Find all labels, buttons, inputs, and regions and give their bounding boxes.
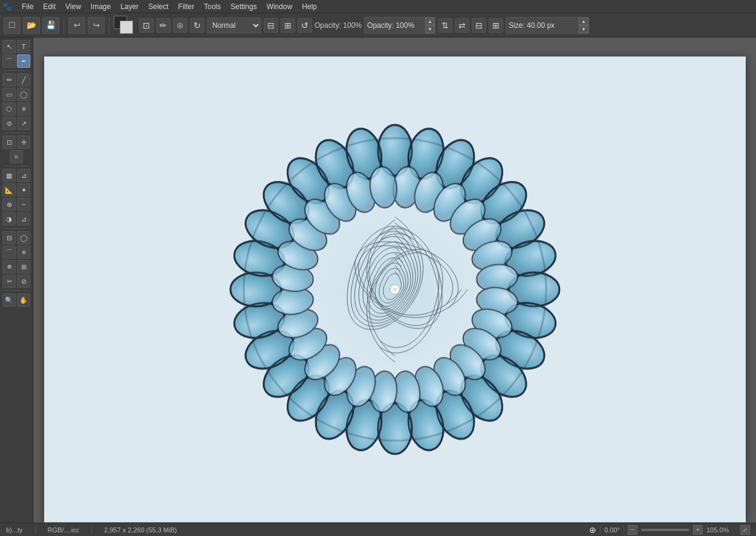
menu-help[interactable]: Help — [297, 1, 322, 12]
brush-mode-normal[interactable]: ⊡ — [139, 18, 154, 33]
smudge-tool[interactable]: ~ — [17, 198, 30, 211]
path-select2[interactable]: ⊘ — [17, 275, 30, 288]
zoom-out-button[interactable]: − — [628, 525, 637, 535]
heal-tool[interactable]: ✦ — [17, 183, 30, 197]
measure-tool[interactable]: 📐 — [2, 183, 16, 197]
lasso-tool[interactable]: ⌒ — [2, 54, 16, 68]
scissors-select[interactable]: ✂ — [2, 275, 16, 288]
opacity-up[interactable]: ▲ — [425, 18, 435, 25]
tool-sep-2 — [3, 132, 30, 133]
tool-row-12: ◑ ⊿ — [2, 212, 30, 226]
menu-edit[interactable]: Edit — [38, 1, 60, 12]
dodge-tool[interactable]: ◑ — [2, 212, 16, 226]
menu-select[interactable]: Select — [143, 1, 173, 12]
size-down[interactable]: ▼ — [579, 25, 588, 33]
ellipse-tool[interactable]: ◯ — [17, 88, 30, 101]
menu-tools[interactable]: Tools — [199, 1, 226, 12]
save-button[interactable]: 💾 — [42, 17, 59, 34]
freeform-tool[interactable]: ✳ — [17, 102, 30, 116]
move-tool[interactable]: ✛ — [17, 136, 30, 149]
tool-row-6: ⊘ ↗ — [2, 117, 30, 130]
tool-row-13: ⊟ ◯ — [2, 231, 30, 244]
rect-tool[interactable]: ▭ — [2, 88, 16, 101]
gradient-tool[interactable]: ▦ — [2, 169, 16, 182]
flip-vertical-icon[interactable]: ⇄ — [455, 18, 469, 33]
zoom-tool[interactable]: 🔍 — [2, 293, 16, 307]
zoom-controls: ⊕ 0.00° − + 105.0% ⤢ — [589, 525, 750, 535]
color-selector[interactable] — [114, 16, 137, 35]
text-tool[interactable]: T — [17, 40, 30, 53]
undo-button[interactable]: ↩ — [68, 17, 85, 34]
reset-icon[interactable]: ↺ — [298, 18, 312, 33]
layer-icon[interactable]: ⊞ — [489, 18, 503, 33]
mandala-artwork — [177, 71, 613, 507]
new-button[interactable]: ☐ — [4, 17, 21, 34]
menu-settings[interactable]: Settings — [226, 1, 261, 12]
lasso-select[interactable]: ⌒ — [2, 246, 16, 259]
erase-icon[interactable]: ⊟ — [264, 18, 278, 33]
opacity-down[interactable]: ▼ — [425, 25, 435, 33]
toolbox: ↖ T ⌒ ✒ ✏ ╱ ▭ ◯ ⬡ ✳ ⊘ ↗ ⊡ — [0, 38, 33, 523]
menu-image[interactable]: Image — [86, 1, 116, 12]
canvas-document[interactable] — [44, 56, 746, 522]
brush-size-input[interactable] — [506, 18, 579, 33]
flip-horizontal-icon[interactable]: ⇅ — [438, 18, 452, 33]
status-sep-4 — [624, 526, 624, 534]
path-tool[interactable]: ⊘ — [2, 117, 16, 130]
menu-view[interactable]: View — [60, 1, 86, 12]
fuzzy-select-ellipse[interactable]: ◯ — [17, 231, 30, 244]
crop-tool[interactable]: ⌗ — [10, 150, 23, 163]
gimp-logo: 🐾 — [2, 2, 12, 11]
tool-sep-5 — [3, 290, 30, 291]
menu-bar: 🐾 File Edit View Image Layer Select Filt… — [0, 0, 756, 13]
eraser-mode[interactable]: ✏ — [156, 18, 171, 33]
crosshair-icon[interactable]: ⊕ — [589, 525, 596, 535]
redo-button[interactable]: ↪ — [88, 17, 105, 34]
paint-behind[interactable]: ⊕ — [173, 18, 187, 33]
opacity-input[interactable] — [365, 18, 425, 33]
line-tool[interactable]: ╱ — [17, 73, 30, 87]
zoom-in-button[interactable]: + — [693, 525, 703, 535]
tool-row-17: 🔍 ✋ — [2, 293, 30, 307]
transform-tool[interactable]: ⊡ — [2, 136, 16, 149]
freeform-select[interactable]: ✳ — [17, 246, 30, 259]
status-sep-2 — [91, 526, 92, 534]
magic-wand[interactable]: ✵ — [2, 260, 16, 273]
ink-tool[interactable]: ✒ — [17, 54, 30, 68]
tool-sep-3 — [3, 166, 30, 166]
overlay-icon[interactable]: ⊞ — [281, 18, 295, 33]
pencil-tool[interactable]: ✏ — [2, 73, 16, 87]
refresh-mode[interactable]: ↻ — [190, 18, 204, 33]
clone-tool[interactable]: ⊕ — [2, 198, 16, 211]
fullscreen-button[interactable]: ⤢ — [740, 525, 750, 535]
burn-tool[interactable]: ⊿ — [17, 212, 30, 226]
menu-window[interactable]: Window — [262, 1, 298, 12]
zoom-slider[interactable] — [641, 529, 689, 531]
polygon-tool[interactable]: ⬡ — [2, 102, 16, 116]
tool-row-9: ▦ ⊿ — [2, 169, 30, 182]
menu-file[interactable]: File — [17, 1, 38, 12]
tool-row-11: ⊕ ~ — [2, 198, 30, 211]
open-button[interactable]: 📂 — [23, 17, 40, 34]
toolbar-separator-2 — [109, 18, 109, 33]
background-color[interactable] — [120, 21, 133, 34]
svg-point-87 — [393, 287, 397, 291]
color-pick-tool[interactable]: ⊿ — [17, 169, 30, 182]
tool-row-15: ✵ ⊞ — [2, 260, 30, 273]
hand-tool[interactable]: ✋ — [17, 293, 30, 307]
tool-row-5: ⬡ ✳ — [2, 102, 30, 116]
select-tool[interactable]: ↖ — [2, 40, 16, 53]
fuzzy-select-rect[interactable]: ⊟ — [2, 231, 16, 244]
tool-row-7: ⊡ ✛ — [2, 136, 30, 149]
blend-mode-select[interactable]: Normal Dissolve Multiply Screen Overlay … — [207, 18, 261, 33]
select-by-color[interactable]: ⊞ — [17, 260, 30, 273]
rotate-icon[interactable]: ⊟ — [472, 18, 486, 33]
toolbar-separator-1 — [64, 18, 64, 33]
menu-filter[interactable]: Filter — [174, 1, 200, 12]
menu-layer[interactable]: Layer — [116, 1, 143, 12]
main-area: ↖ T ⌒ ✒ ✏ ╱ ▭ ◯ ⬡ ✳ ⊘ ↗ ⊡ — [0, 38, 756, 523]
canvas-area[interactable] — [33, 38, 756, 523]
size-up[interactable]: ▲ — [579, 18, 588, 25]
path-select-tool[interactable]: ↗ — [17, 117, 30, 130]
opacity-label: Opacity: 100% — [314, 21, 362, 30]
